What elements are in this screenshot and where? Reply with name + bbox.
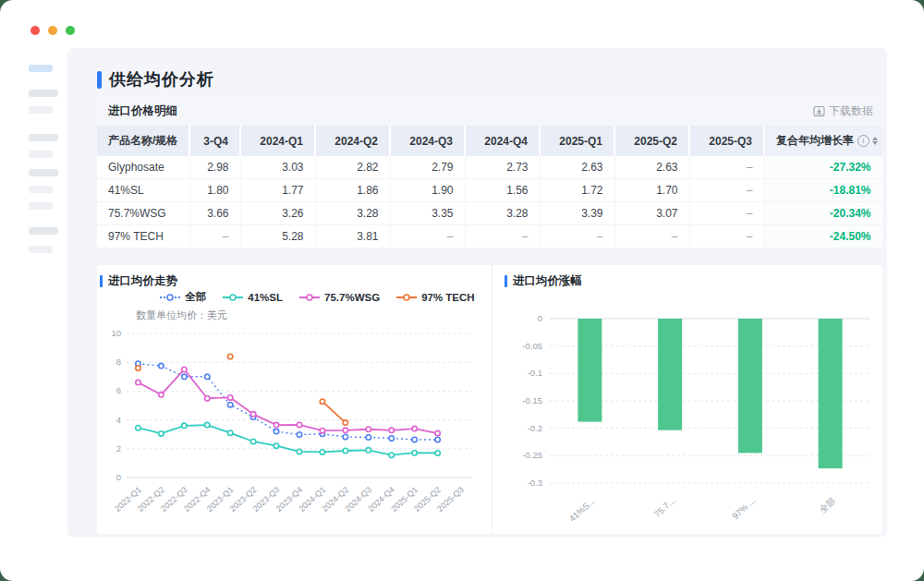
data-point: [136, 366, 140, 370]
y-tick-label: 4: [116, 415, 121, 425]
price-cell: 1.77: [240, 179, 315, 202]
app-window: 供给均价分析 进口价格明细 下载数据: [0, 0, 924, 581]
x-tick-label: 97% ...: [730, 495, 757, 521]
data-point: [250, 439, 255, 443]
price-cell: 2.63: [540, 156, 614, 179]
bar-chart-svg: 0-0.05-0.1-0.15-0.2-0.25-0.341%S...75.7.…: [496, 306, 881, 527]
table-card-header: 进口价格明细 下载数据: [97, 97, 882, 126]
cagr-cell: -27.32%: [764, 156, 882, 179]
data-point: [320, 399, 324, 404]
bar-41%S...: [578, 319, 602, 422]
data-point: [343, 420, 347, 425]
column-header: 2024-Q1: [240, 126, 315, 156]
data-point: [366, 435, 371, 440]
bar-全部: [819, 319, 843, 468]
chart-accent-bar: [100, 275, 103, 287]
minimize-button[interactable]: [48, 26, 57, 35]
legend-marker: [223, 293, 243, 302]
column-header: 2025-Q1: [540, 126, 614, 156]
bar-chart-plot: 0-0.05-0.1-0.15-0.2-0.25-0.341%S...75.7.…: [496, 306, 881, 531]
cagr-cell: -24.50%: [764, 225, 882, 248]
y-tick-label: -0.25: [522, 450, 542, 460]
data-point: [136, 425, 140, 430]
column-header: 2025-Q2: [614, 126, 689, 156]
legend-label: 75.7%WSG: [324, 292, 380, 303]
close-button[interactable]: [30, 26, 40, 35]
cagr-cell: -20.34%: [764, 202, 882, 225]
price-cell: –: [390, 225, 465, 248]
y-tick-label: 8: [116, 357, 121, 367]
line-chart-title: 进口均价走势: [108, 273, 177, 289]
price-cell: 2.98: [189, 156, 240, 179]
column-header: 3-Q4: [189, 126, 240, 156]
main-panel: 供给均价分析 进口价格明细 下载数据: [67, 48, 887, 537]
product-name-cell: 75.7%WSG: [97, 202, 189, 225]
price-cell: 1.72: [540, 179, 614, 202]
y-tick-label: -0.15: [522, 395, 542, 405]
chart-accent-bar: [505, 275, 507, 287]
bar-75.7...: [658, 319, 682, 430]
data-point: [228, 403, 233, 407]
data-point: [274, 422, 278, 427]
data-point: [159, 393, 164, 397]
y-tick-label: 0: [116, 472, 121, 482]
data-point: [389, 436, 394, 441]
data-point: [412, 426, 417, 430]
unit-label: 数量单位均价：美元: [136, 309, 227, 322]
legend-item-全部[interactable]: 全部: [160, 290, 206, 304]
window-controls: [30, 26, 75, 35]
price-cell: 3.26: [240, 202, 315, 225]
info-icon[interactable]: i: [857, 135, 869, 147]
download-data-button[interactable]: 下载数据: [813, 103, 873, 119]
bar-97% ...: [738, 319, 762, 453]
column-header: 2024-Q2: [315, 126, 390, 156]
y-tick-label: 0: [538, 313, 542, 323]
data-point: [297, 432, 301, 437]
data-point: [435, 437, 440, 442]
download-icon: [813, 105, 825, 117]
price-cell: 3.03: [240, 156, 315, 179]
cagr-column-header: 复合年均增长率i: [764, 126, 882, 156]
data-point: [274, 443, 278, 448]
sidebar-skeleton-item: [29, 202, 53, 210]
sidebar-skeleton-item: [29, 134, 58, 141]
table-title: 进口价格明细: [108, 103, 177, 119]
legend-label: 41%SL: [248, 292, 283, 303]
price-cell: –: [614, 225, 689, 248]
price-cell: 2.79: [390, 156, 465, 179]
data-point: [274, 429, 278, 433]
price-cell: 3.39: [540, 202, 614, 225]
sidebar-skeleton-item: [29, 65, 53, 72]
data-point: [228, 395, 233, 400]
legend-item-41%SL[interactable]: 41%SL: [223, 290, 283, 304]
column-header: 产品名称/规格: [97, 126, 189, 156]
data-point: [343, 434, 347, 439]
price-cell: 3.81: [315, 225, 390, 248]
table-header-row: 产品名称/规格3-Q42024-Q12024-Q22024-Q32024-Q42…: [97, 126, 882, 156]
price-cell: 5.28: [240, 225, 315, 248]
data-point: [366, 448, 371, 453]
table-row: 41%SL1.801.771.861.901.561.721.70–-18.81…: [97, 179, 882, 202]
table-row: 75.7%WSG3.663.263.283.353.283.393.07–-20…: [97, 202, 882, 225]
data-point: [228, 430, 233, 435]
sidebar-skeleton-item: [29, 151, 53, 158]
price-cell: –: [465, 225, 540, 248]
price-cell: 3.66: [189, 202, 240, 225]
screen: 供给均价分析 进口价格明细 下载数据: [0, 0, 924, 581]
legend-marker: [160, 293, 180, 302]
data-point: [366, 427, 371, 431]
price-cell: 2.73: [465, 156, 540, 179]
price-cell: –: [689, 156, 764, 179]
sort-icon[interactable]: [872, 137, 878, 145]
price-cell: 2.82: [315, 156, 390, 179]
legend-item-75.7%WSG[interactable]: 75.7%WSG: [299, 290, 380, 304]
sidebar-skeleton-item: [29, 227, 58, 235]
column-header: 2025-Q3: [689, 126, 764, 156]
price-cell: 1.80: [189, 179, 240, 202]
legend-item-97% TECH[interactable]: 97% TECH: [396, 290, 475, 304]
price-cell: 1.90: [390, 179, 465, 202]
price-cell: –: [689, 225, 764, 248]
bar-chart-title-row: 进口均价涨幅: [505, 273, 582, 289]
data-point: [435, 430, 440, 435]
maximize-button[interactable]: [66, 26, 75, 35]
